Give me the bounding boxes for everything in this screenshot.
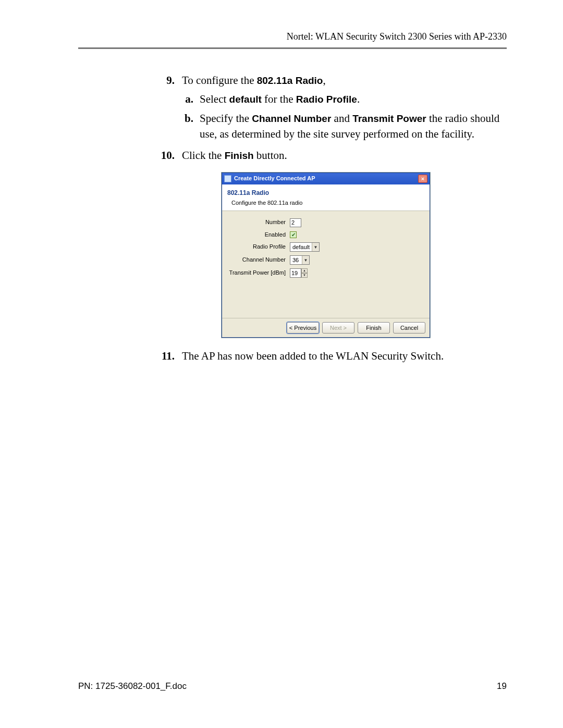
step-11: 11. The AP has now been added to the WLA… <box>154 348 507 364</box>
step-9: 9. To configure the 802.11a Radio, a. Se… <box>154 72 507 142</box>
step-9-suffix: , <box>323 74 325 87</box>
dialog-subheading: Configure the 802.11a radio <box>227 199 424 207</box>
input-number[interactable]: 2 <box>290 218 301 227</box>
step-10-b1: Finish <box>225 150 254 161</box>
footer-page-number: 19 <box>497 681 507 692</box>
step-9b-b2: Transmit Power <box>352 113 426 124</box>
page-header: Nortel: WLAN Security Switch 2300 Series… <box>78 31 507 42</box>
combo-channel-number-value: 36 <box>290 256 302 264</box>
step-10-t1: Click the <box>182 149 225 162</box>
chevron-down-icon[interactable]: ▼ <box>302 256 309 264</box>
combo-radio-profile[interactable]: default ▼ <box>290 242 320 252</box>
step-9-bold: 802.11a Radio <box>257 75 323 86</box>
spinner-tx-power[interactable]: 19 ▲ ▼ <box>290 268 308 278</box>
spinner-up-icon[interactable]: ▲ <box>301 268 308 273</box>
field-radio-profile: Radio Profile default ▼ <box>227 242 424 252</box>
label-tx-power: Transmit Power [dBm] <box>227 269 290 277</box>
field-tx-power: Transmit Power [dBm] 19 ▲ ▼ <box>227 268 424 278</box>
field-number: Number 2 <box>227 218 424 227</box>
step-9a-number: a. <box>182 91 193 107</box>
step-11-number: 11. <box>154 348 175 364</box>
combo-channel-number[interactable]: 36 ▼ <box>290 255 310 265</box>
checkbox-enabled[interactable]: ✔ <box>290 231 297 238</box>
dialog-body: Number 2 Enabled ✔ Radio Profile def <box>222 211 430 318</box>
cancel-button[interactable]: Cancel <box>393 322 425 334</box>
step-9a-t3: . <box>357 93 360 105</box>
step-9b-t2: and <box>331 112 352 125</box>
step-9b-b1: Channel Number <box>252 113 331 124</box>
dialog-button-bar: < Previous Next > Finish Cancel <box>222 318 430 337</box>
dialog-header: 802.11a Radio Configure the 802.11a radi… <box>222 184 430 210</box>
spinner-down-icon[interactable]: ▼ <box>301 273 308 278</box>
label-channel-number: Channel Number <box>227 256 290 264</box>
step-10: 10. Click the Finish button. <box>154 147 507 163</box>
app-icon <box>224 175 231 182</box>
footer-pn: PN: 1725-36082-001_F.doc <box>78 681 187 692</box>
dialog-title: Create Directly Connected AP <box>234 175 418 183</box>
header-rule <box>78 47 507 49</box>
dialog-titlebar[interactable]: Create Directly Connected AP × <box>222 173 430 184</box>
label-enabled: Enabled <box>227 231 290 239</box>
spinner-tx-power-value[interactable]: 19 <box>290 268 301 278</box>
step-9a: a. Select default for the Radio Profile. <box>182 91 507 107</box>
close-icon[interactable]: × <box>418 175 427 183</box>
step-10-t2: button. <box>254 149 287 162</box>
step-9a-t1: Select <box>200 93 229 105</box>
page-footer: PN: 1725-36082-001_F.doc 19 <box>78 681 507 692</box>
previous-button[interactable]: < Previous <box>287 322 319 334</box>
finish-button[interactable]: Finish <box>358 322 390 334</box>
step-10-number: 10. <box>154 147 175 163</box>
label-radio-profile: Radio Profile <box>227 243 290 251</box>
step-9b-t1: Specify the <box>200 112 252 125</box>
step-9b-number: b. <box>182 110 193 142</box>
instructions: 9. To configure the 802.11a Radio, a. Se… <box>154 72 507 364</box>
step-9a-t2: for the <box>262 93 296 105</box>
dialog-heading: 802.11a Radio <box>227 189 424 198</box>
field-enabled: Enabled ✔ <box>227 231 424 239</box>
step-9a-b2: Radio Profile <box>296 94 357 105</box>
next-button: Next > <box>322 322 354 334</box>
step-9-number: 9. <box>154 72 175 142</box>
combo-radio-profile-value: default <box>290 243 312 251</box>
step-9-text-prefix: To configure the <box>182 74 257 87</box>
chevron-down-icon[interactable]: ▼ <box>312 243 319 251</box>
step-9a-b1: default <box>229 94 262 105</box>
step-9b: b. Specify the Channel Number and Transm… <box>182 110 507 142</box>
field-channel-number: Channel Number 36 ▼ <box>227 255 424 265</box>
label-number: Number <box>227 218 290 227</box>
step-11-text: The AP has now been added to the WLAN Se… <box>182 350 444 362</box>
dialog-create-ap: Create Directly Connected AP × 802.11a R… <box>222 172 430 338</box>
